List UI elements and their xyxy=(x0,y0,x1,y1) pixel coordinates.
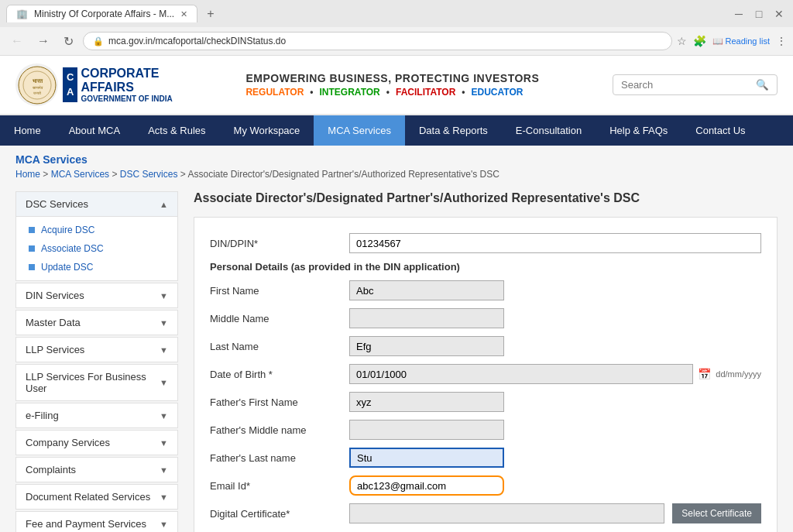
sidebar-section-llp: LLP Services ▼ xyxy=(15,337,178,362)
sidebar-section-llp-business: LLP Services For Business User ▼ xyxy=(15,364,178,401)
sidebar-item-update-dsc[interactable]: Update DSC xyxy=(16,258,177,276)
svg-text:सत्यमेव: सत्यमेव xyxy=(31,85,43,90)
browser-tab[interactable]: 🏢 Ministry Of Corporate Affairs - M... ✕ xyxy=(6,5,197,22)
breadcrumb-dsc-services[interactable]: DSC Services xyxy=(120,169,178,180)
sidebar-efiling-header[interactable]: e-Filing ▼ xyxy=(15,403,178,428)
search-input[interactable] xyxy=(621,79,751,91)
menu-button[interactable]: ⋮ xyxy=(776,35,787,47)
nav-e-consultation[interactable]: E-Consultation xyxy=(502,115,596,146)
new-tab-button[interactable]: + xyxy=(201,5,220,22)
url-bar[interactable]: 🔒 mca.gov.in/mcafoportal/checkDINStatus.… xyxy=(83,32,672,50)
nav-mca-services[interactable]: MCA Services xyxy=(314,115,405,146)
sidebar-llp-business-label: LLP Services For Business User xyxy=(26,371,160,394)
father-last-name-input[interactable] xyxy=(349,448,504,468)
cert-row: Select Certificate xyxy=(349,503,761,523)
first-name-label: First Name xyxy=(210,285,349,297)
sidebar-llp-header[interactable]: LLP Services ▼ xyxy=(15,337,178,362)
header-search[interactable]: 🔍 xyxy=(613,74,778,95)
chevron-down-icon: ▼ xyxy=(160,493,168,502)
tab-close-icon[interactable]: ✕ xyxy=(180,9,187,19)
father-last-name-row: Father's Last name xyxy=(210,448,761,468)
nav-acts-rules[interactable]: Acts & Rules xyxy=(134,115,219,146)
personal-details-header: Personal Details (as provided in the DIN… xyxy=(210,261,761,273)
last-name-input-wrapper xyxy=(349,336,761,356)
breadcrumb-current: Associate Director's/Designated Partner'… xyxy=(187,169,499,180)
sidebar-dsc-header[interactable]: DSC Services ▲ xyxy=(15,191,178,217)
breadcrumb: Home > MCA Services > DSC Services > Ass… xyxy=(15,169,778,180)
extensions-button[interactable]: 🧩 xyxy=(693,35,706,47)
din-input[interactable] xyxy=(349,233,761,253)
sidebar-doc-header[interactable]: Document Related Services ▼ xyxy=(15,484,178,510)
date-input-group: 📅 dd/mm/yyyy xyxy=(349,364,761,384)
chevron-down-icon: ▼ xyxy=(160,318,168,328)
dob-input-wrapper: 📅 dd/mm/yyyy xyxy=(349,364,761,384)
browser-controls: ← → ↻ 🔒 mca.gov.in/mcafoportal/checkDINS… xyxy=(0,27,793,55)
acquire-dsc-label: Acquire DSC xyxy=(41,225,94,235)
sidebar-item-associate-dsc[interactable]: Associate DSC xyxy=(16,239,177,258)
breadcrumb-section: MCA Services Home > MCA Services > DSC S… xyxy=(0,146,793,184)
sidebar-item-acquire-dsc[interactable]: Acquire DSC xyxy=(16,221,177,239)
dob-label: Date of Birth * xyxy=(210,369,349,380)
father-middle-name-row: Father's Middle name xyxy=(210,420,761,440)
father-last-name-label: Father's Last name xyxy=(210,452,349,464)
back-button[interactable]: ← xyxy=(6,33,28,50)
forward-button[interactable]: → xyxy=(33,33,54,50)
star-button[interactable]: ☆ xyxy=(677,35,687,47)
close-button[interactable]: ✕ xyxy=(771,6,787,22)
tagline-sub: REGULATOR • INTEGRATOR • FACILITATOR • E… xyxy=(245,87,539,98)
browser-actions: ☆ 🧩 📖 Reading list ⋮ xyxy=(677,35,787,47)
cert-input[interactable] xyxy=(349,503,664,523)
reading-list-icon: 📖 xyxy=(712,36,723,46)
digital-cert-row: Digital Certificate* Select Certificate xyxy=(210,503,761,523)
nav-help-faqs[interactable]: Help & FAQs xyxy=(596,115,681,146)
father-middle-name-input[interactable] xyxy=(349,420,504,440)
associate-dsc-label: Associate DSC xyxy=(41,243,104,254)
brand-gov: GOVERNMENT OF INDIA xyxy=(81,94,172,103)
browser-titlebar: 🏢 Ministry Of Corporate Affairs - M... ✕… xyxy=(0,0,793,27)
tab-title: Ministry Of Corporate Affairs - M... xyxy=(34,9,174,19)
calendar-icon[interactable]: 📅 xyxy=(698,368,711,380)
refresh-button[interactable]: ↻ xyxy=(59,33,78,50)
nav-my-workspace[interactable]: My Workspace xyxy=(220,115,314,146)
sidebar-complaints-header[interactable]: Complaints ▼ xyxy=(15,457,178,482)
father-last-name-input-wrapper xyxy=(349,448,761,468)
search-icon[interactable]: 🔍 xyxy=(756,79,769,91)
chevron-down-icon: ▼ xyxy=(160,438,168,448)
nav-home[interactable]: Home xyxy=(0,115,55,146)
last-name-input[interactable] xyxy=(349,336,504,356)
form-title: Associate Director's/Designated Partner'… xyxy=(194,191,778,205)
breadcrumb-home[interactable]: Home xyxy=(15,169,40,180)
sidebar-company-header[interactable]: Company Services ▼ xyxy=(15,430,178,455)
father-first-name-input[interactable] xyxy=(349,392,504,412)
middle-name-input[interactable] xyxy=(349,308,504,328)
nav-contact-us[interactable]: Contact Us xyxy=(681,115,759,146)
sidebar-din-header[interactable]: DIN Services ▼ xyxy=(15,283,178,308)
sidebar-section-fee: Fee and Payment Services ▼ xyxy=(15,511,178,532)
minimize-button[interactable]: ─ xyxy=(731,6,747,22)
sidebar-fee-header[interactable]: Fee and Payment Services ▼ xyxy=(15,511,178,532)
sidebar-master-header[interactable]: Master Data ▼ xyxy=(15,310,178,335)
father-first-name-label: Father's First Name xyxy=(210,396,349,408)
breadcrumb-mca-services[interactable]: MCA Services xyxy=(51,169,109,180)
father-first-name-input-wrapper xyxy=(349,392,761,412)
email-input[interactable] xyxy=(349,475,504,496)
sidebar-section-din: DIN Services ▼ xyxy=(15,283,178,308)
brand-corporate: CORPORATE xyxy=(81,67,172,81)
first-name-input[interactable] xyxy=(349,280,504,300)
sidebar-efiling-label: e-Filing xyxy=(26,410,59,421)
din-label: DIN/DPIN* xyxy=(210,238,349,249)
maximize-button[interactable]: □ xyxy=(751,6,767,22)
sidebar-master-label: Master Data xyxy=(26,317,81,328)
first-name-row: First Name xyxy=(210,280,761,300)
father-middle-name-input-wrapper xyxy=(349,420,761,440)
father-first-name-row: Father's First Name xyxy=(210,392,761,412)
browser-chrome: 🏢 Ministry Of Corporate Affairs - M... ✕… xyxy=(0,0,793,56)
nav-data-reports[interactable]: Data & Reports xyxy=(405,115,502,146)
dob-input[interactable] xyxy=(349,364,693,384)
sidebar-llp-business-header[interactable]: LLP Services For Business User ▼ xyxy=(15,364,178,401)
brand-text: CORPORATE AFFAIRS GOVERNMENT OF INDIA xyxy=(81,67,172,103)
reading-list-button[interactable]: 📖 Reading list xyxy=(712,36,770,46)
chevron-down-icon: ▼ xyxy=(160,345,168,355)
select-certificate-button[interactable]: Select Certificate xyxy=(672,503,761,523)
nav-about-mca[interactable]: About MCA xyxy=(55,115,134,146)
